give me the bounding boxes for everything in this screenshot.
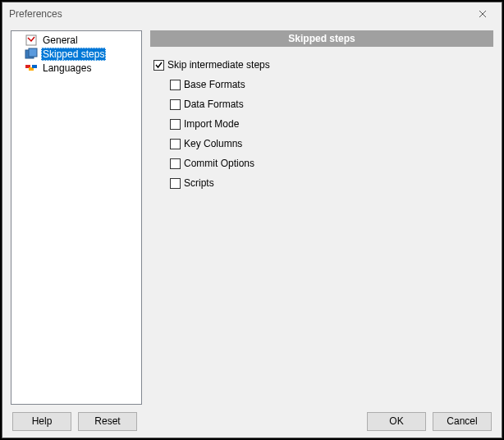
commit-options-checkbox[interactable]: Commit Options bbox=[170, 157, 493, 170]
base-formats-checkbox[interactable]: Base Formats bbox=[170, 78, 493, 91]
checkbox-icon bbox=[170, 158, 181, 169]
checkbox-icon bbox=[170, 139, 181, 149]
titlebar: Preferences bbox=[2, 2, 502, 25]
skip-intermediate-checkbox[interactable]: Skip intermediate steps bbox=[153, 58, 493, 71]
close-button[interactable] bbox=[470, 6, 495, 22]
tree-item-label: General bbox=[41, 34, 80, 47]
tree-item-skipped-steps[interactable]: Skipped steps bbox=[11, 47, 141, 61]
button-bar: Help Reset OK Cancel bbox=[2, 405, 502, 438]
preferences-window: Preferences General Skipped steps bbox=[2, 2, 502, 438]
checkbox-label: Base Formats bbox=[184, 79, 245, 90]
scripts-checkbox[interactable]: Scripts bbox=[170, 176, 493, 190]
checkbox-icon bbox=[170, 80, 181, 90]
svg-rect-2 bbox=[29, 48, 37, 57]
tree-item-label: Languages bbox=[41, 62, 93, 75]
checkbox-label: Skip intermediate steps bbox=[167, 59, 270, 71]
checkbox-label: Import Mode bbox=[184, 118, 239, 130]
tree-item-languages[interactable]: Languages bbox=[11, 61, 141, 75]
checkbox-icon bbox=[170, 119, 181, 130]
category-tree[interactable]: General Skipped steps Languages bbox=[11, 30, 142, 405]
key-columns-checkbox[interactable]: Key Columns bbox=[170, 137, 493, 150]
help-button[interactable]: Help bbox=[12, 412, 71, 431]
checkbox-icon bbox=[170, 178, 181, 189]
import-mode-checkbox[interactable]: Import Mode bbox=[170, 117, 493, 131]
languages-icon bbox=[25, 62, 38, 75]
checkbox-label: Data Formats bbox=[184, 99, 244, 110]
panel-header: Skipped steps bbox=[150, 30, 493, 47]
checkbox-label: Key Columns bbox=[184, 138, 242, 149]
ok-button[interactable]: OK bbox=[367, 412, 426, 431]
checkbox-icon bbox=[170, 99, 181, 110]
skipped-steps-icon bbox=[25, 48, 38, 61]
checkbox-label: Commit Options bbox=[184, 158, 254, 169]
cancel-button[interactable]: Cancel bbox=[433, 412, 492, 431]
data-formats-checkbox[interactable]: Data Formats bbox=[170, 98, 493, 111]
checkbox-icon bbox=[153, 60, 164, 71]
reset-button[interactable]: Reset bbox=[78, 412, 137, 431]
content-area: General Skipped steps Languages Skipped … bbox=[2, 25, 502, 405]
close-icon bbox=[479, 10, 487, 18]
svg-rect-5 bbox=[32, 65, 37, 68]
tree-item-label: Skipped steps bbox=[41, 48, 106, 61]
window-title: Preferences bbox=[9, 8, 62, 20]
settings-panel: Skipped steps Skip intermediate steps Ba… bbox=[150, 30, 493, 405]
tree-item-general[interactable]: General bbox=[11, 33, 141, 47]
general-icon bbox=[25, 34, 38, 47]
checkbox-label: Scripts bbox=[184, 177, 214, 189]
